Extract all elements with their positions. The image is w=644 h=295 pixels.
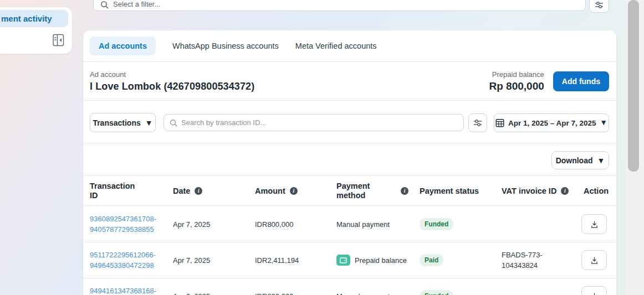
add-funds-button[interactable]: Add funds bbox=[553, 71, 609, 91]
tab-meta-verified-accounts[interactable]: Meta Verified accounts bbox=[295, 42, 377, 50]
payment-activity-card: Ad accounts WhatsApp Business accounts M… bbox=[83, 30, 616, 295]
transaction-date: Apr 7, 2025 bbox=[173, 220, 255, 229]
sidebar-panel: ment activity bbox=[0, 7, 72, 54]
ad-account-name: I Love Lombok (426709800534372) bbox=[90, 81, 254, 92]
download-label: Download bbox=[556, 156, 593, 165]
collapse-sidebar-button[interactable] bbox=[52, 34, 64, 47]
tab-whatsapp-business-accounts[interactable]: WhatsApp Business accounts bbox=[172, 42, 279, 50]
payment-status: Funded bbox=[420, 290, 502, 295]
column-header-payment-method: Payment methodi bbox=[336, 182, 420, 200]
payment-method: Manual payment bbox=[336, 220, 420, 229]
global-filter-bar[interactable] bbox=[93, 0, 586, 11]
tab-ad-accounts[interactable]: Ad accounts bbox=[90, 37, 156, 55]
table-toolbar: Download ▼ bbox=[83, 144, 616, 176]
date-range-picker[interactable]: Apr 1, 2025 – Apr 7, 2025 ▼ bbox=[494, 113, 609, 132]
download-icon bbox=[590, 292, 599, 295]
chevron-down-icon: ▼ bbox=[145, 119, 153, 127]
download-button[interactable]: Download ▼ bbox=[551, 151, 609, 169]
download-invoice-button[interactable] bbox=[581, 286, 607, 295]
prepaid-balance-icon bbox=[336, 255, 350, 266]
column-header-payment-status: Payment status bbox=[420, 187, 502, 196]
payment-status: Paid bbox=[420, 254, 502, 266]
info-icon[interactable]: i bbox=[561, 187, 569, 195]
column-header-transaction-id: Transaction ID bbox=[90, 182, 173, 200]
status-badge: Funded bbox=[420, 290, 453, 295]
table-body: 9360892547361708- 9405787729538855 Apr 7… bbox=[83, 206, 616, 295]
payment-method: Manual payment bbox=[336, 292, 420, 295]
table-row: 9360892547361708- 9405787729538855 Apr 7… bbox=[83, 206, 616, 242]
transactions-dropdown-label: Transactions bbox=[93, 118, 140, 127]
collapse-sidebar-icon bbox=[53, 34, 64, 46]
vat-invoice-id: FBADS-773-104343824 bbox=[502, 250, 584, 271]
table-row: 9511722295612066- 9496453380472298 Apr 7… bbox=[83, 242, 616, 278]
column-header-amount: Amounti bbox=[255, 187, 336, 196]
info-icon[interactable]: i bbox=[401, 187, 408, 195]
transaction-amount: IDR2,411,194 bbox=[255, 256, 336, 265]
filter-select-input[interactable] bbox=[113, 0, 579, 9]
chevron-down-icon: ▼ bbox=[600, 119, 607, 127]
filter-options-button[interactable] bbox=[589, 0, 609, 13]
status-badge: Funded bbox=[420, 218, 453, 230]
download-invoice-button[interactable] bbox=[581, 250, 607, 270]
sidebar-item-payment-activity[interactable]: ment activity bbox=[0, 10, 68, 27]
sliders-icon bbox=[595, 1, 604, 9]
account-type-tabs: Ad accounts WhatsApp Business accounts M… bbox=[83, 30, 616, 62]
advanced-filters-button[interactable] bbox=[468, 113, 487, 132]
sidebar-item-label: ment activity bbox=[1, 14, 52, 23]
transaction-search-box[interactable] bbox=[163, 114, 464, 131]
download-invoice-button[interactable] bbox=[581, 214, 607, 234]
chevron-down-icon: ▼ bbox=[597, 157, 605, 164]
account-header: Ad account I Love Lombok (42670980053437… bbox=[83, 63, 616, 101]
table-header-row: Transaction ID Datei Amounti Payment met… bbox=[83, 177, 616, 206]
info-icon[interactable]: i bbox=[195, 187, 202, 195]
payment-status: Funded bbox=[420, 218, 502, 230]
date-range-label: Apr 1, 2025 – Apr 7, 2025 bbox=[508, 119, 596, 127]
column-header-vat-invoice-id: VAT invoice IDi bbox=[502, 187, 584, 196]
status-badge: Paid bbox=[420, 254, 443, 266]
transaction-amount: IDR800,000 bbox=[255, 220, 336, 229]
table-row: 9494161347368168- Apr 6, 2025 IDR800,000… bbox=[83, 278, 616, 295]
payment-method: Prepaid balance bbox=[336, 255, 420, 266]
prepaid-balance-label: Prepaid balance bbox=[489, 70, 544, 79]
sliders-icon bbox=[473, 119, 482, 127]
transaction-id-link[interactable]: 9360892547361708- 9405787729538855 bbox=[90, 214, 173, 235]
search-icon bbox=[100, 1, 109, 9]
transaction-amount: IDR800,000 bbox=[255, 292, 336, 295]
ad-account-label: Ad account bbox=[90, 70, 254, 79]
column-header-date: Datei bbox=[173, 187, 255, 196]
search-icon bbox=[170, 119, 177, 127]
transaction-search-input[interactable] bbox=[181, 118, 458, 127]
scrollbar-thumb[interactable] bbox=[628, 0, 639, 172]
transaction-date: Apr 7, 2025 bbox=[173, 256, 255, 265]
calendar-icon bbox=[495, 118, 504, 127]
transactions-filter-row: Transactions ▼ bbox=[83, 101, 616, 143]
transactions-type-dropdown[interactable]: Transactions ▼ bbox=[90, 113, 156, 132]
prepaid-balance-value: Rp 800,000 bbox=[489, 80, 544, 92]
info-icon[interactable]: i bbox=[290, 187, 298, 195]
transaction-date: Apr 6, 2025 bbox=[173, 292, 255, 295]
download-icon bbox=[590, 220, 599, 229]
transaction-id-link[interactable]: 9494161347368168- bbox=[90, 286, 173, 295]
column-header-action: Action bbox=[584, 187, 610, 196]
transaction-id-link[interactable]: 9511722295612066- 9496453380472298 bbox=[90, 250, 173, 271]
download-icon bbox=[590, 256, 599, 265]
